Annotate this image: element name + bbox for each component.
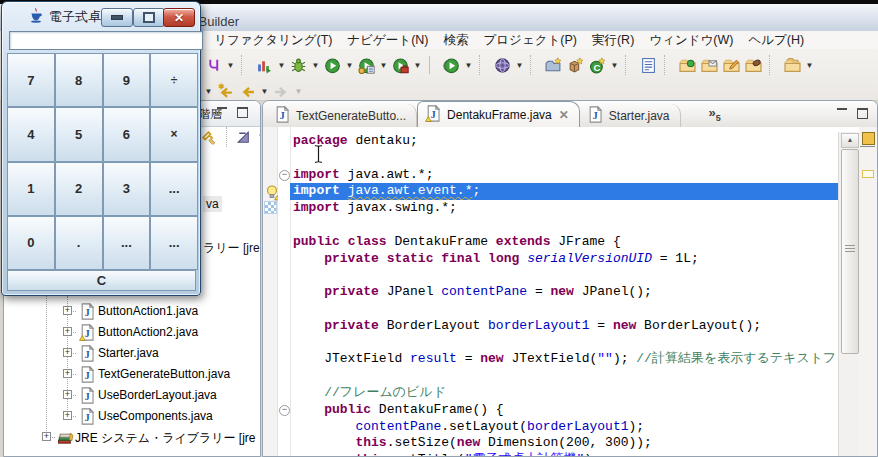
dropdown-arrow-icon[interactable]: ▼ [204,82,213,101]
view-maximize-icon[interactable] [236,106,249,118]
tree-expand-icon[interactable]: + [63,348,72,357]
run-icon[interactable] [323,56,342,75]
calculator-key-1[interactable]: 1 [8,163,54,215]
new-package-icon[interactable] [566,56,585,75]
code-line[interactable]: import javax.swing.*; [290,200,839,217]
code-line[interactable]: public class DentakuFrame extends JFrame… [290,234,839,251]
scroll-up-arrow-icon[interactable]: ▲ [841,133,859,148]
task-list-icon[interactable] [639,56,658,75]
dropdown-arrow-icon[interactable]: ▼ [311,56,320,75]
calculator-display-input[interactable] [9,31,203,50]
dropdown-arrow-icon[interactable]: ▼ [379,56,388,75]
calculator-key-divide[interactable]: ÷ [151,54,197,106]
tree-item[interactable]: +JButtonAction1.java [4,301,260,321]
fold-collapse-icon[interactable]: − [279,405,290,416]
annotation-ruler[interactable] [263,127,278,456]
view-minimize-icon[interactable] [216,106,229,118]
calculator-key-6[interactable]: 6 [104,108,150,160]
tab-close-icon[interactable]: ✕ [559,108,569,122]
tree-expand-icon[interactable]: + [42,432,51,441]
editor-tab[interactable]: JTextGenerateButto... [267,104,417,127]
dropdown-arrow-icon[interactable]: ▼ [260,82,269,101]
tree-item[interactable]: +JRE システム・ライブラリー [jre [4,427,260,447]
code-line[interactable] [290,335,839,352]
code-line[interactable]: JTextField result = new JTextField(""); … [290,351,839,368]
lightbulb-warning-icon[interactable] [264,184,277,197]
run-history-icon[interactable] [357,56,376,75]
tree-expand-icon[interactable]: + [63,327,72,336]
calculator-key-ellipsis[interactable]: ... [151,163,197,215]
editor-maximize-icon[interactable] [856,107,869,119]
window-maximize-button[interactable] [133,8,165,27]
tree-item-partial[interactable]: va [203,196,222,212]
tree-item[interactable]: +JStarter.java [4,343,260,363]
code-line[interactable]: package dentaku; [290,133,839,150]
code-line[interactable]: this.setSize(new Dimension(200, 300)); [290,435,839,452]
tree-expand-icon[interactable]: + [63,369,72,378]
menu-item[interactable]: ヘルプ(H) [748,32,804,49]
code-line[interactable]: contentPane.setLayout(borderLayout1); [290,419,839,436]
calculator-key-ellipsis[interactable]: ... [104,217,150,269]
overview-warning-summary-icon[interactable] [862,132,875,145]
profile-icon[interactable] [255,56,274,75]
code-line[interactable]: import java.awt.*; [290,167,839,184]
new-wizard-icon[interactable] [204,56,223,75]
collapse-all-icon[interactable] [235,128,252,147]
code-line[interactable]: private BorderLayout borderLayout1 = new… [290,318,839,335]
code-line[interactable]: //フレームのビルド [290,385,839,402]
tree-item[interactable]: +JUseComponents.java [4,406,260,426]
tree-item[interactable]: +JTextGenerateButton.java [4,364,260,384]
calculator-key-ellipsis[interactable]: ... [151,217,197,269]
tree-item-partial[interactable]: ラリー [jre [203,240,260,257]
calculator-window[interactable]: 電子式卓... ✕ 789÷456×123...0....... C [1,1,201,296]
code-line[interactable] [290,150,839,167]
back-annotation-icon[interactable]: ✱ [216,82,235,101]
window-minimize-button[interactable] [101,8,133,27]
code-line[interactable] [290,301,839,318]
scrollbar-thumb[interactable] [841,149,859,354]
menu-item[interactable]: プロジェクト(P) [484,32,577,49]
menu-item[interactable]: リファクタリング(T) [214,32,332,49]
calculator-key-0[interactable]: 0 [8,217,54,269]
dropdown-arrow-icon[interactable]: ▼ [413,56,422,75]
calculator-key-8[interactable]: 8 [56,54,102,106]
menu-item[interactable]: ナビゲート(N) [347,32,428,49]
new-class-icon[interactable]: C [588,56,607,75]
code-line[interactable]: private static final long serialVersionU… [290,251,839,268]
menu-item[interactable]: ウィンドウ(W) [649,32,733,49]
back-icon[interactable] [238,82,257,101]
code-line[interactable]: this.setTitle("電子式卓上計算機"); [290,452,839,456]
code-line[interactable] [290,267,839,284]
open-plugin-folder-icon[interactable] [678,56,697,75]
fold-collapse-icon[interactable]: − [279,170,290,181]
new-java-project-icon[interactable] [544,56,563,75]
calculator-key-dot[interactable]: . [56,217,102,269]
blue-checker-marker-icon[interactable] [264,201,277,214]
code-line[interactable]: public DentakuFrame() { [290,402,839,419]
tree-expand-icon[interactable]: + [63,390,72,399]
vertical-scrollbar[interactable]: ▲ [838,132,859,456]
dropdown-arrow-icon[interactable]: ▼ [515,56,524,75]
open-mail-folder-icon[interactable] [700,56,719,75]
dropdown-arrow-icon[interactable]: ▼ [805,56,814,75]
coverage-icon[interactable] [442,56,461,75]
menu-item[interactable]: 実行(R) [592,32,634,49]
calculator-clear-button[interactable]: C [7,270,196,291]
dropdown-arrow-icon[interactable]: ▼ [294,82,303,101]
code-area[interactable]: package dentaku;import java.awt.*;import… [290,127,839,456]
editor-tab[interactable]: JDentakuFrame.java✕ [417,101,580,127]
dropdown-arrow-icon[interactable]: ▼ [464,56,473,75]
dropdown-arrow-icon[interactable]: ▼ [226,56,235,75]
overview-warning-marker-icon[interactable] [862,170,874,178]
code-line[interactable]: import java.awt.event.*; [290,183,839,200]
calculator-key-9[interactable]: 9 [104,54,150,106]
dropdown-arrow-icon[interactable]: ▼ [345,56,354,75]
overview-ruler[interactable] [859,127,877,456]
tree-expand-icon[interactable]: + [63,306,72,315]
open-pen-folder-icon[interactable] [722,56,741,75]
debug-icon[interactable] [289,56,308,75]
open-bean-folder-icon[interactable] [744,56,763,75]
editor-tab[interactable]: JStarter.java [580,104,681,127]
calculator-key-3[interactable]: 3 [104,163,150,215]
calculator-key-7[interactable]: 7 [8,54,54,106]
